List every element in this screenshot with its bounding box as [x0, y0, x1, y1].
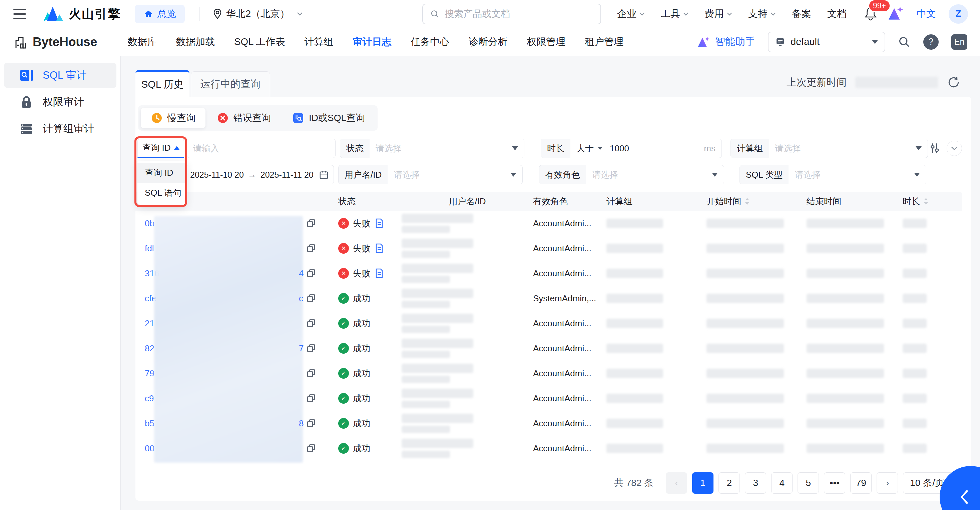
nav-item[interactable]: 诊断分析: [469, 35, 508, 49]
sidebar-item-sql-audit[interactable]: SQL 审计: [4, 63, 116, 88]
error-detail-icon[interactable]: [374, 243, 384, 254]
nav-search-icon[interactable]: [898, 36, 911, 48]
query-field-dropdown: 查询 ID SQL 语句: [137, 160, 186, 205]
chevron-left-icon: [959, 490, 969, 504]
topbar-menu[interactable]: 支持: [748, 7, 776, 21]
copy-icon[interactable]: [306, 443, 316, 453]
refresh-icon[interactable]: [947, 75, 961, 89]
help-icon[interactable]: ?: [923, 34, 939, 50]
column-header[interactable]: 时长: [903, 195, 962, 207]
user-avatar[interactable]: Z: [949, 4, 968, 24]
overview-button[interactable]: 总览: [135, 5, 185, 23]
topbar-menu[interactable]: 工具: [661, 7, 689, 21]
duration-filter[interactable]: 时长 大于 1000 ms: [541, 139, 722, 158]
sidebar-item-label: 权限审计: [43, 95, 84, 109]
query-id-link[interactable]: 82: [145, 343, 154, 354]
region-selector[interactable]: 华北2（北京）: [213, 7, 303, 21]
query-id-input[interactable]: [187, 139, 336, 158]
page-button[interactable]: 5: [797, 472, 819, 494]
role-filter[interactable]: 有效角色 请选择: [539, 165, 724, 184]
topbar-menu[interactable]: 文档: [827, 7, 846, 21]
topbar-menu[interactable]: 费用: [705, 7, 732, 21]
compute-group-cell-redacted: [606, 244, 706, 253]
tab-running-queries[interactable]: 运行中的查询: [191, 71, 270, 97]
copy-icon[interactable]: [306, 318, 316, 328]
copy-icon[interactable]: [306, 269, 316, 278]
nav-item[interactable]: 数据库: [128, 35, 157, 49]
query-id-link[interactable]: 0b: [145, 218, 154, 229]
english-toggle[interactable]: En: [951, 34, 967, 50]
dropdown-option-query-id[interactable]: 查询 ID: [137, 163, 186, 183]
query-id-link[interactable]: 21: [145, 318, 154, 329]
duration-cell-redacted: [903, 244, 962, 253]
global-search[interactable]: [422, 4, 601, 24]
copy-icon[interactable]: [306, 343, 316, 353]
chip-id-sql-query[interactable]: ID或SQL查询: [282, 108, 375, 128]
copy-icon[interactable]: [306, 393, 316, 404]
duration-value-input[interactable]: 1000: [608, 143, 704, 154]
error-detail-icon[interactable]: [374, 268, 384, 279]
topbar-menu[interactable]: 备案: [792, 7, 811, 21]
workspace-selector[interactable]: default: [768, 32, 885, 52]
duration-unit: ms: [704, 143, 721, 154]
nav-item[interactable]: 计算组: [304, 35, 333, 49]
user-filter[interactable]: 用户名/ID 请选择: [338, 165, 523, 184]
copy-icon[interactable]: [306, 293, 316, 303]
page-button[interactable]: 79: [850, 472, 872, 494]
query-id-link[interactable]: fdl: [145, 243, 154, 254]
nav-item[interactable]: 数据加载: [176, 35, 215, 49]
query-id-link[interactable]: 00: [145, 443, 154, 454]
copy-icon[interactable]: [306, 243, 316, 253]
filter-tools: [928, 141, 962, 156]
bytehouse-brand-text: ByteHouse: [33, 35, 97, 49]
prev-page-button[interactable]: ‹: [666, 472, 687, 494]
duration-cell-redacted: [903, 369, 962, 378]
chip-slow-query[interactable]: 慢查询: [141, 108, 205, 128]
copy-icon[interactable]: [306, 418, 316, 428]
tab-sql-history[interactable]: SQL 历史: [135, 70, 189, 97]
chevron-down-icon: [951, 146, 958, 150]
sidebar-item-permission-audit[interactable]: 权限审计: [4, 89, 116, 115]
chip-error-query[interactable]: 错误查询: [207, 108, 281, 128]
page-button[interactable]: 2: [719, 472, 740, 494]
compute-group-filter[interactable]: 计算组 请选择: [730, 139, 928, 158]
sidebar-item-compute-group-audit[interactable]: 计算组审计: [4, 116, 116, 141]
status-text: 成功: [353, 293, 370, 304]
language-switch[interactable]: 中文: [916, 7, 936, 21]
error-detail-icon[interactable]: [374, 218, 384, 229]
notifications-button[interactable]: 99+: [863, 6, 878, 22]
page-button[interactable]: 4: [771, 472, 792, 494]
collapse-filters-button[interactable]: [947, 141, 962, 156]
volcano-logo[interactable]: 火山引擎: [43, 5, 121, 23]
date-range-picker[interactable]: 2025-11-10 20 → 2025-11-11 20: [185, 165, 334, 184]
status-filter[interactable]: 状态 请选择: [340, 139, 524, 158]
start-time-cell-redacted: [706, 369, 807, 378]
nav-item[interactable]: 租户管理: [585, 35, 624, 49]
nav-item[interactable]: 权限管理: [527, 35, 565, 49]
copy-icon[interactable]: [306, 368, 316, 378]
topbar-menu[interactable]: 企业: [617, 7, 645, 21]
duration-operator-select[interactable]: 大于: [570, 139, 608, 158]
sql-type-filter[interactable]: SQL 类型 请选择: [740, 165, 926, 184]
smart-assistant-button[interactable]: 智能助手: [697, 35, 755, 49]
query-id-link[interactable]: b5: [145, 418, 154, 429]
bytehouse-logo[interactable]: ByteHouse: [13, 34, 97, 50]
copy-icon[interactable]: [306, 218, 316, 228]
query-id-link[interactable]: 79: [145, 368, 154, 379]
quick-filter-group: 慢查询 错误查询 ID或SQL查询: [138, 105, 378, 131]
hamburger-menu-icon[interactable]: [13, 9, 26, 19]
global-search-input[interactable]: [445, 9, 593, 19]
page-button[interactable]: 3: [745, 472, 766, 494]
query-id-link[interactable]: c9: [145, 393, 154, 404]
next-page-button[interactable]: ›: [877, 472, 898, 494]
page-button[interactable]: 1: [692, 472, 713, 494]
column-settings-icon[interactable]: [928, 142, 941, 155]
nav-item[interactable]: 审计日志: [353, 35, 391, 49]
page-button[interactable]: •••: [824, 472, 845, 494]
column-header[interactable]: 开始时间: [706, 195, 807, 207]
nav-item[interactable]: 任务中心: [410, 35, 449, 49]
dropdown-option-sql-statement[interactable]: SQL 语句: [137, 183, 186, 203]
role-cell: AccountAdmi...: [533, 418, 606, 429]
query-field-select[interactable]: 查询 ID: [137, 139, 184, 158]
nav-item[interactable]: SQL 工作表: [234, 35, 285, 49]
